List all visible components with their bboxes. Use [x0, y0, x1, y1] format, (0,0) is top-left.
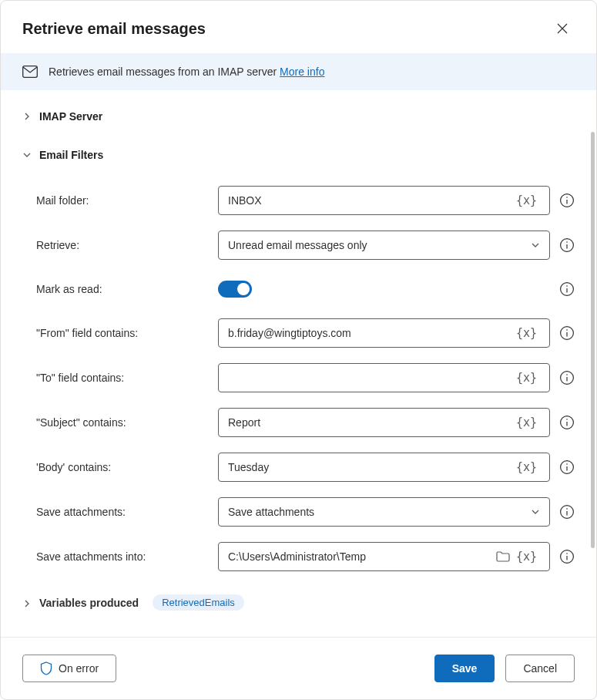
chevron-down-icon [22, 150, 32, 160]
footer-right: Save Cancel [434, 655, 575, 682]
section-body-filters: Mail folder: INBOX {x} Retrieve: Unread … [22, 167, 575, 585]
input-body-contains[interactable]: Tuesday {x} [218, 453, 550, 482]
label-mail-folder: Mail folder: [36, 194, 218, 207]
close-button[interactable] [550, 16, 575, 41]
folder-browse-icon[interactable] [496, 551, 510, 562]
value-from-contains: b.friday@wingtiptoys.com [228, 327, 513, 339]
svg-point-2 [566, 197, 568, 198]
more-info-link[interactable]: More info [280, 66, 324, 78]
on-error-label: On error [59, 662, 99, 675]
svg-point-12 [566, 419, 568, 420]
svg-point-10 [566, 374, 568, 375]
section-variables-produced[interactable]: Variables produced RetrievedEmails [22, 585, 575, 617]
section-title-imap: IMAP Server [39, 110, 102, 123]
mail-icon [22, 66, 38, 78]
input-from-contains[interactable]: b.friday@wingtiptoys.com {x} [218, 318, 550, 348]
label-to-contains: "To" field contains: [36, 372, 218, 384]
info-icon[interactable] [559, 281, 575, 297]
svg-rect-0 [23, 66, 38, 78]
row-subject-contains: "Subject" contains: Report {x} [36, 400, 575, 445]
svg-point-4 [566, 241, 568, 243]
label-mark-as-read: Mark as read: [36, 283, 218, 295]
value-save-attachments-into: C:\Users\Administrator\Temp [228, 550, 496, 563]
input-to-contains[interactable]: {x} [218, 363, 550, 392]
dialog-footer: On error Save Cancel [1, 637, 596, 699]
value-retrieve: Unread email messages only [228, 239, 531, 251]
row-save-attachments-into: Save attachments into: C:\Users\Administ… [36, 534, 575, 579]
variable-pill-retrieved-emails[interactable]: RetrievedEmails [153, 594, 244, 611]
input-mail-folder[interactable]: INBOX {x} [218, 186, 550, 215]
dialog-header: Retrieve email messages [1, 1, 596, 53]
cancel-button[interactable]: Cancel [505, 655, 575, 682]
shield-icon [40, 661, 52, 675]
info-icon[interactable] [559, 415, 575, 430]
save-button[interactable]: Save [434, 655, 495, 682]
svg-point-6 [566, 285, 568, 287]
label-save-attachments-into: Save attachments into: [36, 550, 218, 563]
info-icon[interactable] [559, 193, 575, 208]
section-imap-server[interactable]: IMAP Server [22, 104, 575, 129]
info-icon[interactable] [559, 549, 575, 564]
section-title-filters: Email Filters [39, 149, 103, 161]
variable-picker-icon[interactable]: {x} [513, 371, 540, 385]
row-mark-as-read: Mark as read: [36, 268, 575, 311]
input-subject-contains[interactable]: Report {x} [218, 408, 550, 437]
label-retrieve: Retrieve: [36, 239, 218, 251]
label-save-attachments: Save attachments: [36, 506, 218, 518]
info-icon[interactable] [559, 370, 575, 385]
chevron-right-icon [22, 598, 32, 607]
toggle-mark-as-read[interactable] [218, 281, 252, 298]
save-label: Save [452, 662, 478, 675]
info-icon[interactable] [559, 237, 575, 253]
chevron-right-icon [22, 112, 32, 121]
value-save-attachments: Save attachments [228, 506, 531, 518]
dialog-body: IMAP Server Email Filters Mail folder: I… [1, 90, 596, 637]
label-body-contains: 'Body' contains: [36, 461, 218, 473]
value-subject-contains: Report [228, 416, 513, 429]
on-error-button[interactable]: On error [22, 655, 116, 682]
scrollbar[interactable] [591, 132, 595, 548]
dialog-title: Retrieve email messages [22, 20, 206, 38]
toggle-thumb [237, 283, 250, 295]
chevron-down-icon [531, 507, 540, 517]
value-mail-folder: INBOX [228, 194, 513, 207]
select-save-attachments[interactable]: Save attachments [218, 497, 550, 527]
input-save-attachments-into[interactable]: C:\Users\Administrator\Temp {x} [218, 542, 550, 571]
cancel-label: Cancel [523, 662, 557, 675]
row-save-attachments: Save attachments: Save attachments [36, 490, 575, 534]
select-retrieve[interactable]: Unread email messages only [218, 231, 550, 260]
banner-text-wrap: Retrieves email messages from an IMAP se… [49, 66, 324, 78]
banner-description: Retrieves email messages from an IMAP se… [49, 66, 280, 78]
variable-picker-icon[interactable]: {x} [513, 460, 540, 474]
label-subject-contains: "Subject" contains: [36, 416, 218, 429]
close-icon [557, 23, 568, 34]
svg-point-8 [566, 329, 568, 331]
variable-picker-icon[interactable]: {x} [513, 326, 540, 340]
row-from-contains: "From" field contains: b.friday@wingtipt… [36, 311, 575, 355]
dialog-retrieve-email: Retrieve email messages Retrieves email … [0, 0, 597, 700]
chevron-down-icon [531, 241, 540, 250]
variables-produced-label: Variables produced [39, 597, 139, 609]
svg-point-16 [566, 508, 568, 510]
info-icon[interactable] [559, 504, 575, 520]
row-body-contains: 'Body' contains: Tuesday {x} [36, 445, 575, 490]
svg-point-18 [566, 553, 568, 554]
info-banner: Retrieves email messages from an IMAP se… [1, 53, 596, 90]
row-to-contains: "To" field contains: {x} [36, 355, 575, 400]
variable-picker-icon[interactable]: {x} [513, 194, 540, 207]
svg-point-14 [566, 463, 568, 465]
variable-picker-icon[interactable]: {x} [513, 550, 540, 564]
label-from-contains: "From" field contains: [36, 327, 218, 339]
section-email-filters[interactable]: Email Filters [22, 143, 575, 167]
row-retrieve: Retrieve: Unread email messages only [36, 223, 575, 268]
value-body-contains: Tuesday [228, 461, 513, 473]
variable-picker-icon[interactable]: {x} [513, 416, 540, 429]
row-mail-folder: Mail folder: INBOX {x} [36, 178, 575, 223]
info-icon[interactable] [559, 325, 575, 341]
info-icon[interactable] [559, 459, 575, 475]
